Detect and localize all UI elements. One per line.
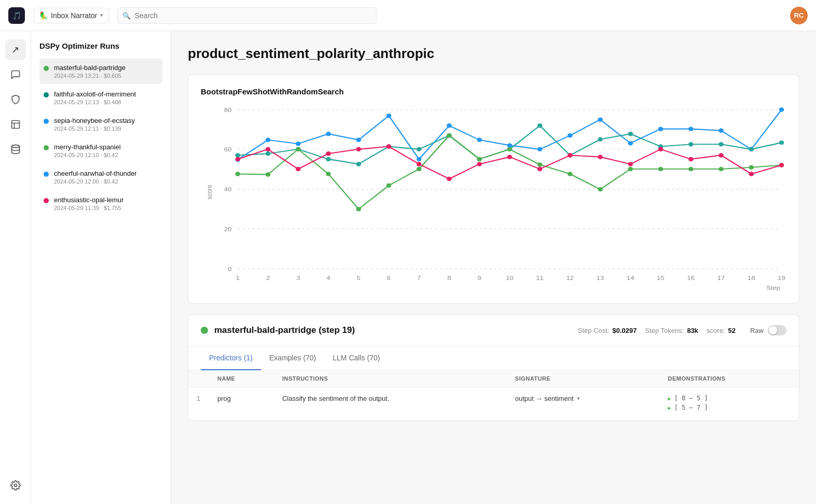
run-name-3: merry-thankful-spaniel [54, 143, 158, 151]
teal-dot-14 [628, 132, 633, 136]
nav-chat[interactable] [5, 64, 26, 85]
svg-text:10: 10 [506, 274, 514, 281]
tab-examples[interactable]: Examples (70) [261, 346, 324, 370]
blue-dot-13 [598, 117, 603, 121]
green-dot-4 [326, 172, 331, 176]
pink-dot-2 [266, 147, 271, 151]
green-dot-7 [417, 167, 422, 171]
nav-database[interactable] [5, 139, 26, 160]
run-meta-1: 2024-05-29 12:13 · $0.408 [54, 99, 158, 105]
svg-text:score: score [206, 185, 214, 200]
pink-dot-1 [236, 157, 241, 161]
run-meta-0: 2024-05-29 13:21 · $0.605 [54, 73, 158, 79]
green-dot-12 [568, 172, 573, 176]
row-signature: output → sentiment ▾ [507, 387, 660, 421]
pink-dot-12 [568, 153, 573, 157]
logo-icon: 🎵 [12, 11, 21, 20]
tab-llm-calls[interactable]: LLM Calls (70) [324, 346, 388, 370]
score-value: 52 [728, 327, 736, 334]
step-tokens-item: Step Tokens: 83k [645, 327, 698, 334]
blue-dot-8 [447, 123, 452, 128]
col-index [188, 370, 209, 387]
pink-dot-19 [779, 163, 784, 167]
demo-arrow-2: ▶ [668, 405, 671, 411]
run-dot-3 [44, 145, 49, 150]
svg-text:2: 2 [266, 274, 270, 281]
run-item-3[interactable]: merry-thankful-spaniel 2024-05-29 12:10 … [39, 138, 162, 163]
run-name-2: sepia-honeybee-of-ecstasy [54, 117, 158, 124]
blue-dot-14 [628, 141, 633, 145]
pink-dot-6 [386, 144, 392, 148]
green-dot-1 [236, 172, 241, 176]
page-title: product_sentiment_polarity_anthropic [188, 46, 799, 62]
green-dot-13 [598, 187, 603, 191]
icon-sidebar: ↗ [0, 31, 31, 504]
row-demonstrations: ▶ [ 0 – 5 ] ▶ [ 5 – 7 ] [660, 387, 799, 421]
step-cost-item: Step Cost: $0.0297 [578, 327, 637, 334]
run-item-5[interactable]: enthusiastic-opal-lemur 2024-05-29 11:39… [39, 191, 162, 216]
teal-dot-16 [688, 142, 694, 146]
blue-dot-9 [477, 138, 482, 142]
teal-dot-5 [356, 162, 361, 166]
run-dot-0 [44, 66, 49, 71]
run-dot-5 [44, 198, 49, 203]
run-meta-4: 2024-05-29 12:00 · $0.42 [54, 178, 158, 185]
blue-dot-2 [266, 138, 271, 142]
user-avatar[interactable]: RC [790, 7, 808, 24]
row-index: 1 [188, 387, 209, 421]
green-dot-14 [628, 167, 633, 171]
predictor-table: NAME INSTRUCTIONS SIGNATURE DEMONSTRATIO… [188, 370, 799, 421]
svg-text:1: 1 [236, 274, 240, 281]
app-selector[interactable]: 🦜 Inbox Narrator ▾ [33, 8, 109, 23]
pink-dot-4 [326, 151, 331, 156]
blue-line [238, 110, 781, 160]
run-name-0: masterful-bald-partridge [54, 64, 158, 72]
svg-text:11: 11 [536, 274, 544, 281]
tab-predictors[interactable]: Predictors (1) [201, 346, 261, 370]
step-tokens-label: Step Tokens: [645, 327, 684, 334]
demo-item-1: ▶ [ 0 – 5 ] [668, 395, 791, 402]
app-logo: 🎵 [8, 7, 25, 24]
search-icon: 🔍 [122, 11, 131, 19]
pink-dot-3 [296, 167, 301, 171]
nav-settings[interactable] [5, 475, 26, 496]
detail-status-dot [201, 327, 208, 334]
pink-dot-8 [447, 177, 452, 181]
run-item-0[interactable]: masterful-bald-partridge 2024-05-29 13:2… [39, 59, 162, 84]
pink-dot-7 [417, 162, 422, 166]
blue-dot-19 [779, 107, 784, 111]
run-item-4[interactable]: cheerful-narwhal-of-thunder 2024-05-29 1… [39, 164, 162, 190]
svg-text:80: 80 [224, 106, 232, 113]
score-item: score: 52 [707, 327, 736, 334]
main-layout: ↗ DSPy Optimizer Runs masterful-bald-par… [0, 31, 816, 504]
detail-run-title: masterful-bald-partridge (step 19) [214, 325, 572, 335]
teal-dot-18 [749, 147, 754, 151]
run-item-1[interactable]: faithful-axolotl-of-merriment 2024-05-29… [39, 85, 162, 110]
green-dot-2 [266, 172, 271, 176]
demo-range-1: [ 0 – 5 ] [674, 395, 708, 402]
search-container: 🔍 [117, 7, 377, 24]
svg-text:17: 17 [717, 274, 725, 281]
svg-text:13: 13 [597, 274, 604, 281]
search-input[interactable] [117, 7, 377, 24]
blue-dot-4 [326, 132, 331, 136]
run-meta-5: 2024-05-29 11:39 · $1.755 [54, 205, 158, 211]
nav-trend[interactable]: ↗ [5, 39, 26, 60]
svg-text:20: 20 [224, 226, 232, 232]
blue-dot-12 [568, 133, 573, 137]
nav-shield[interactable] [5, 89, 26, 110]
run-info-1: faithful-axolotl-of-merriment 2024-05-29… [54, 90, 158, 105]
sig-chevron-icon[interactable]: ▾ [577, 395, 580, 402]
svg-text:3: 3 [296, 274, 300, 281]
toggle-track[interactable] [768, 325, 786, 335]
raw-toggle[interactable]: Raw [750, 325, 786, 335]
blue-dot-5 [356, 138, 361, 142]
chart-container: .grid-line { stroke: #ddd; stroke-width:… [201, 104, 786, 291]
run-item-2[interactable]: sepia-honeybee-of-ecstasy 2024-05-29 12:… [39, 111, 162, 137]
svg-point-2 [14, 484, 17, 487]
svg-text:40: 40 [224, 186, 232, 193]
col-instructions: INSTRUCTIONS [274, 370, 507, 387]
chevron-down-icon: ▾ [100, 12, 103, 19]
nav-chart[interactable] [5, 114, 26, 135]
row-name: prog [209, 387, 274, 421]
